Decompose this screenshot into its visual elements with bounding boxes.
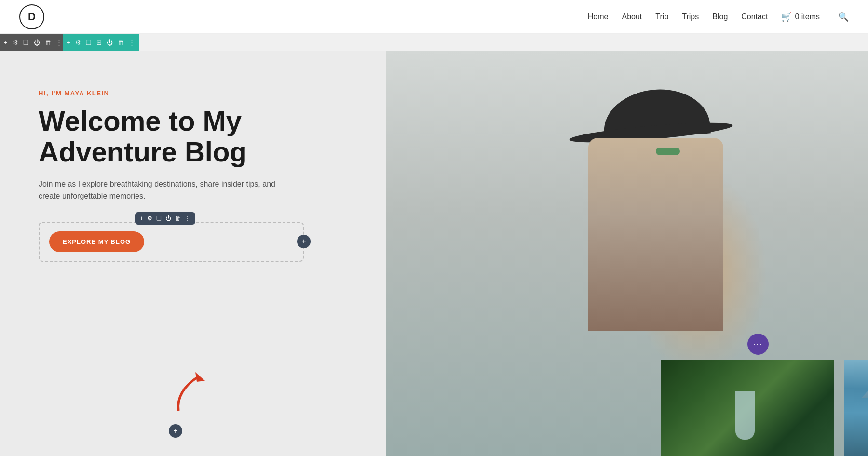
site-header: D Home About Trip Trips Blog Contact 🛒 0…	[0, 0, 868, 34]
lake-bg	[844, 360, 868, 456]
toolbar-columns-icon[interactable]: ❑	[86, 39, 92, 46]
section-toolbar-green: + ⚙ ❑ ⊞ ⏻ 🗑 ⋮	[63, 34, 139, 51]
cta-button-container: + ⚙ ❑ ⏻ 🗑 ⋮ EXPLORE MY BLOG +	[39, 222, 304, 262]
btn-toolbar-settings[interactable]: ⚙	[147, 215, 152, 222]
nav-trip[interactable]: Trip	[655, 13, 668, 21]
toolbar-delete-icon-2[interactable]: 🗑	[118, 39, 124, 46]
add-right-icon[interactable]: +	[297, 235, 311, 248]
button-toolbar: + ⚙ ❑ ⏻ 🗑 ⋮	[135, 212, 195, 225]
hi-label: HI, I'M MAYA KLEIN	[39, 90, 347, 97]
toolbar-power-icon-2[interactable]: ⏻	[107, 39, 113, 46]
cart-area[interactable]: 🛒 0 items	[781, 12, 820, 22]
explore-blog-button[interactable]: EXPLORE MY BLOG	[49, 231, 144, 252]
btn-toolbar-delete[interactable]: 🗑	[175, 215, 181, 222]
hero-left-panel: HI, I'M MAYA KLEIN Welcome to My Adventu…	[0, 51, 386, 456]
toolbar-delete-icon[interactable]: 🗑	[45, 39, 51, 46]
toolbar-grid-icon[interactable]: ⊞	[96, 39, 102, 46]
hero-subtext: Join me as I explore breathtaking destin…	[39, 178, 280, 202]
toolbar-add-icon-2[interactable]: +	[67, 39, 70, 46]
button-dashed-box: EXPLORE MY BLOG +	[39, 222, 304, 262]
section-toolbar-left: + ⚙ ❑ ⏻ 🗑 ⋮	[0, 34, 66, 51]
main-nav: Home About Trip Trips Blog Contact 🛒 0 i…	[588, 12, 849, 22]
svg-marker-0	[195, 372, 205, 382]
nav-blog[interactable]: Blog	[712, 13, 728, 21]
nav-trips[interactable]: Trips	[682, 13, 699, 21]
figure-body	[588, 138, 723, 331]
btn-toolbar-duplicate[interactable]: ❑	[156, 215, 162, 222]
toolbar-add-icon[interactable]: +	[4, 39, 8, 46]
purple-dots-button[interactable]: ···	[747, 334, 769, 355]
toolbar-power-icon[interactable]: ⏻	[34, 39, 40, 46]
logo[interactable]: D	[19, 4, 44, 29]
waterfall-overlay	[735, 391, 755, 440]
dots-icon: ···	[753, 339, 763, 349]
nav-about[interactable]: About	[622, 13, 642, 21]
btn-toolbar-add[interactable]: +	[140, 215, 143, 222]
card-waterfall	[661, 360, 834, 456]
add-section-below-icon[interactable]: +	[169, 424, 182, 438]
toolbar-settings-icon-2[interactable]: ⚙	[75, 39, 81, 46]
annotation-arrow	[149, 362, 212, 417]
hero-right-panel: ···	[386, 51, 868, 456]
cart-count: 0 items	[795, 13, 820, 21]
glasses-shape	[656, 148, 680, 155]
toolbar-more-icon[interactable]: ⋮	[56, 39, 62, 46]
cart-icon: 🛒	[781, 12, 792, 22]
search-button[interactable]: 🔍	[838, 12, 849, 22]
bottom-image-cards	[661, 360, 868, 456]
card-lake	[844, 360, 868, 456]
toolbar-settings-icon[interactable]: ⚙	[13, 39, 18, 46]
btn-toolbar-power[interactable]: ⏻	[165, 215, 171, 222]
nav-home[interactable]: Home	[588, 13, 609, 21]
main-content: HI, I'M MAYA KLEIN Welcome to My Adventu…	[0, 51, 868, 456]
toolbar-more-icon-2[interactable]: ⋮	[129, 39, 135, 46]
main-heading: Welcome to My Adventure Blog	[39, 106, 347, 167]
nav-contact[interactable]: Contact	[741, 13, 768, 21]
toolbar-module-icon[interactable]: ❑	[23, 39, 29, 46]
btn-toolbar-more[interactable]: ⋮	[185, 215, 190, 222]
